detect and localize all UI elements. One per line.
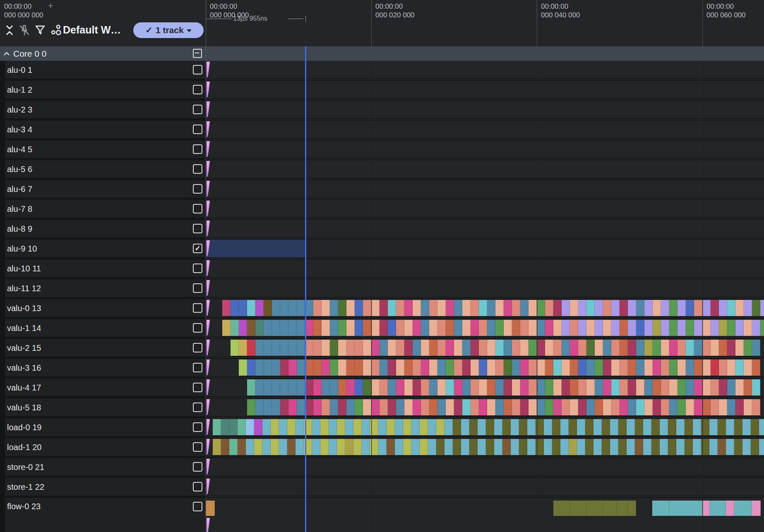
bar-segment[interactable] — [337, 439, 345, 455]
bar-segment[interactable] — [752, 379, 760, 395]
track-checkbox[interactable] — [193, 204, 202, 213]
bar-segment[interactable] — [502, 419, 511, 435]
bar-segment[interactable] — [420, 439, 428, 455]
track-lane[interactable] — [206, 379, 764, 396]
bar-segment[interactable] — [719, 320, 727, 336]
track-sidebar-cell[interactable]: alu-5 6 — [5, 160, 206, 178]
bar-segment[interactable] — [735, 320, 744, 336]
bar-segment[interactable] — [686, 300, 694, 316]
bar-segment[interactable] — [553, 320, 562, 336]
bar-segment[interactable] — [380, 379, 388, 395]
bar-segment[interactable] — [711, 359, 719, 376]
bar-segment[interactable] — [520, 320, 529, 336]
bar-segment[interactable] — [380, 399, 388, 415]
bar-segment[interactable] — [545, 399, 553, 415]
track-sidebar-cell[interactable]: store-1 22 — [5, 478, 206, 496]
bar-segment[interactable] — [421, 379, 429, 395]
track-checkbox[interactable]: ✓ — [193, 244, 202, 253]
bar-segment[interactable] — [719, 379, 727, 395]
bar-segment[interactable] — [338, 379, 346, 395]
bar-segment[interactable] — [726, 419, 734, 435]
bar-segment[interactable] — [330, 399, 338, 415]
bar-segment[interactable] — [346, 300, 355, 316]
bar-segment[interactable] — [280, 340, 288, 356]
track-checkbox[interactable] — [193, 164, 202, 174]
bar-segment[interactable] — [628, 300, 636, 316]
bar-segment[interactable] — [678, 320, 686, 336]
bar-segment[interactable] — [436, 439, 444, 455]
bar-segment[interactable] — [338, 359, 346, 376]
bar-segment[interactable] — [280, 300, 288, 316]
bar-segment[interactable] — [620, 300, 628, 316]
bar-segment[interactable] — [454, 320, 462, 336]
bar-segment[interactable] — [320, 439, 329, 455]
bar-segment[interactable] — [644, 399, 653, 415]
bar-segment[interactable] — [471, 320, 479, 336]
bar-segment[interactable] — [362, 419, 370, 435]
bar-segment[interactable] — [454, 300, 462, 316]
bar-segment[interactable] — [742, 419, 751, 435]
bar-segment[interactable] — [669, 300, 678, 316]
bar-segment[interactable] — [512, 399, 520, 415]
bar-segment[interactable] — [709, 419, 718, 435]
bar-segment[interactable] — [636, 359, 644, 376]
bar-segment[interactable] — [305, 320, 313, 336]
bar-segment[interactable] — [643, 419, 651, 435]
bar-segment[interactable] — [553, 379, 562, 395]
bar-segment[interactable] — [570, 399, 578, 415]
bar-segment[interactable] — [371, 359, 380, 376]
bar-segment[interactable] — [255, 379, 264, 395]
bar-segment[interactable] — [617, 501, 628, 516]
bar-segment[interactable] — [413, 359, 421, 376]
bar-segment[interactable] — [569, 439, 577, 455]
bar-segment[interactable] — [585, 419, 593, 435]
bar-segment[interactable] — [653, 399, 661, 415]
track-row[interactable]: alu-7 8 — [0, 200, 764, 218]
bar-segment[interactable] — [752, 320, 760, 336]
bar-segment[interactable] — [595, 340, 603, 356]
bar-segment[interactable] — [246, 439, 254, 455]
bar-segment[interactable] — [512, 379, 520, 395]
bar-segment[interactable] — [719, 340, 727, 356]
bar-segment[interactable] — [255, 340, 264, 356]
bar-segment[interactable] — [686, 379, 694, 395]
bar-segment[interactable] — [312, 439, 320, 455]
bar-segment[interactable] — [752, 340, 760, 356]
bar-segment[interactable] — [305, 340, 313, 356]
bar-segment[interactable] — [562, 300, 570, 316]
track-sidebar-cell[interactable]: alu-4 5 — [5, 140, 206, 158]
bar-segment[interactable] — [355, 379, 363, 395]
bar-segment[interactable] — [577, 439, 585, 455]
track-lane[interactable] — [206, 81, 764, 98]
playhead-line[interactable] — [305, 46, 306, 532]
bar-segment[interactable] — [544, 419, 552, 435]
track-checkbox[interactable] — [193, 403, 202, 412]
bar-segment[interactable] — [669, 359, 678, 376]
bar-segment[interactable] — [595, 399, 603, 415]
bar-segment[interactable] — [661, 379, 669, 395]
bar-segment[interactable] — [627, 419, 635, 435]
bar-segment[interactable] — [611, 320, 620, 336]
bar-segment[interactable] — [562, 359, 570, 376]
bar-segment[interactable] — [727, 300, 735, 316]
bar-segment[interactable] — [702, 379, 711, 395]
bar-segment[interactable] — [446, 340, 454, 356]
bar-segment[interactable] — [462, 379, 471, 395]
flow-marker-icon[interactable] — [206, 62, 210, 78]
bar-segment[interactable] — [371, 379, 380, 395]
workspace-name[interactable]: Default W… — [63, 24, 121, 36]
bar-segment[interactable] — [586, 320, 595, 336]
bar-segment[interactable] — [504, 359, 512, 376]
pin-off-icon[interactable] — [18, 24, 31, 36]
bar-segment[interactable] — [238, 419, 246, 435]
track-checkbox[interactable] — [193, 462, 202, 472]
flow-marker-icon[interactable] — [206, 181, 210, 197]
bar-segment[interactable] — [288, 340, 297, 356]
bar-segment[interactable] — [504, 320, 512, 336]
bar-segment[interactable] — [288, 379, 297, 395]
bar-segment[interactable] — [636, 399, 644, 415]
track-checkbox[interactable] — [193, 343, 202, 352]
bar-segment[interactable] — [239, 320, 247, 336]
bar-segment[interactable] — [570, 340, 578, 356]
bar-segment[interactable] — [297, 300, 305, 316]
